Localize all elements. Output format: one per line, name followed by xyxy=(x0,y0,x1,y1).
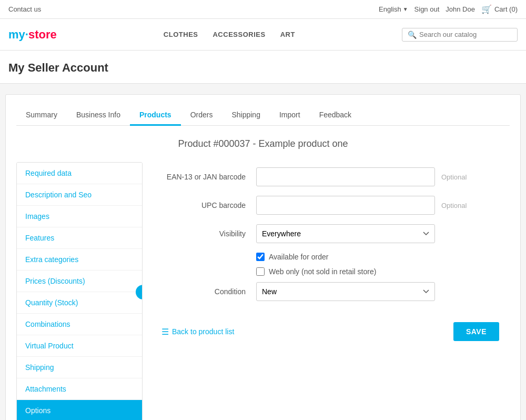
upc-control-wrap: Optional xyxy=(256,196,499,215)
sidebar-item-extra-categories[interactable]: Extra categories xyxy=(17,249,142,271)
main-content: Summary Business Info Products Orders Sh… xyxy=(0,84,526,420)
condition-control-wrap: New Used Refurbished xyxy=(256,282,499,301)
ean-input[interactable] xyxy=(256,167,435,186)
visibility-control-wrap: Everywhere Catalog only Search only Nowh… xyxy=(256,224,499,243)
cart-icon: 🛒 xyxy=(481,4,492,14)
sidebar-item-quantity[interactable]: Quantity (Stock) xyxy=(17,292,142,314)
available-for-order-row: Available for order xyxy=(256,253,499,261)
nav-accessories[interactable]: ACCESSORIES xyxy=(213,31,265,38)
web-only-row: Web only (not sold in retail store) xyxy=(256,267,499,276)
nav-clothes[interactable]: CLOTHES xyxy=(164,31,198,38)
upc-optional: Optional xyxy=(441,202,467,209)
language-selector[interactable]: English ▼ xyxy=(379,5,408,13)
cart-label: Cart (0) xyxy=(494,5,518,13)
cart-button[interactable]: 🛒 Cart (0) xyxy=(481,4,518,14)
ean-control-wrap: Optional xyxy=(256,167,499,186)
upc-label: UPC barcode xyxy=(161,201,256,209)
user-name: John Doe xyxy=(446,5,475,13)
available-for-order-label[interactable]: Available for order xyxy=(269,253,328,261)
contact-us-link[interactable]: Contact us xyxy=(8,5,41,13)
condition-select[interactable]: New Used Refurbished xyxy=(256,282,435,301)
top-bar-right: English ▼ Sign out John Doe 🛒 Cart (0) xyxy=(379,4,518,14)
upc-input[interactable] xyxy=(256,196,435,215)
condition-label: Condition xyxy=(161,287,256,296)
tab-shipping[interactable]: Shipping xyxy=(222,105,270,126)
language-label: English xyxy=(379,5,401,13)
tabs: Summary Business Info Products Orders Sh… xyxy=(16,105,510,126)
main-card: Summary Business Info Products Orders Sh… xyxy=(5,94,521,420)
language-arrow-icon: ▼ xyxy=(403,6,408,12)
page-wrapper: Contact us English ▼ Sign out John Doe 🛒… xyxy=(0,0,526,420)
sidebar-item-combinations[interactable]: Combinations xyxy=(17,314,142,335)
logo-my: my xyxy=(8,28,25,42)
tab-feedback[interactable]: Feedback xyxy=(310,105,361,126)
sidebar-item-features[interactable]: Features xyxy=(17,227,142,249)
back-to-product-list-link[interactable]: ☰ Back to product list xyxy=(161,327,234,337)
visibility-row: Visibility Everywhere Catalog only Searc… xyxy=(161,224,499,243)
sidebar-item-description-seo[interactable]: Description and Seo xyxy=(17,184,142,206)
ean-label: EAN-13 or JAN barcode xyxy=(161,173,256,181)
sidebar: Required data Description and Seo Images… xyxy=(16,162,143,420)
sidebar-item-attachments[interactable]: Attachments xyxy=(17,378,142,400)
main-nav: CLOTHES ACCESSORIES ART xyxy=(164,31,295,38)
nav-art[interactable]: ART xyxy=(280,31,295,38)
sidebar-item-images[interactable]: Images xyxy=(17,206,142,227)
tab-products[interactable]: Products xyxy=(130,105,181,126)
tab-import[interactable]: Import xyxy=(270,105,310,126)
visibility-label: Visibility xyxy=(161,229,256,238)
sidebar-item-options[interactable]: Options xyxy=(17,400,142,420)
sign-out-link[interactable]: Sign out xyxy=(414,5,440,13)
product-title: Product #000037 - Example product one xyxy=(16,138,510,149)
save-button[interactable]: SAVE xyxy=(453,322,499,341)
web-only-checkbox[interactable] xyxy=(256,267,265,276)
web-only-label[interactable]: Web only (not sold in retail store) xyxy=(269,267,376,276)
form-area: EAN-13 or JAN barcode Optional UPC barco… xyxy=(143,162,510,420)
page-title: My Seller Account xyxy=(8,61,518,75)
ean-optional: Optional xyxy=(441,173,467,181)
search-input[interactable] xyxy=(419,31,512,38)
ean-row: EAN-13 or JAN barcode Optional xyxy=(161,167,499,186)
list-icon: ☰ xyxy=(161,327,169,337)
upc-row: UPC barcode Optional xyxy=(161,196,499,215)
sidebar-item-required-data[interactable]: Required data xyxy=(17,163,142,184)
search-icon: 🔍 xyxy=(408,31,417,39)
logo[interactable]: my · store xyxy=(8,28,57,42)
condition-row: Condition New Used Refurbished xyxy=(161,282,499,301)
top-bar-left: Contact us xyxy=(8,5,41,13)
sidebar-item-shipping[interactable]: Shipping xyxy=(17,357,142,378)
sidebar-item-prices[interactable]: Prices (Discounts) xyxy=(17,271,142,292)
form-footer: ☰ Back to product list SAVE xyxy=(161,314,499,341)
top-bar: Contact us English ▼ Sign out John Doe 🛒… xyxy=(0,0,526,19)
header: my · store CLOTHES ACCESSORIES ART 🔍 xyxy=(0,19,526,51)
tab-summary[interactable]: Summary xyxy=(16,105,67,126)
back-link-label: Back to product list xyxy=(172,327,234,336)
content-area: Required data Description and Seo Images… xyxy=(16,162,510,420)
available-for-order-checkbox[interactable] xyxy=(256,253,265,261)
tab-business-info[interactable]: Business Info xyxy=(67,105,130,126)
logo-store: store xyxy=(28,28,57,42)
sidebar-item-virtual-product[interactable]: Virtual Product xyxy=(17,335,142,357)
page-title-bar: My Seller Account xyxy=(0,51,526,84)
tab-orders[interactable]: Orders xyxy=(181,105,222,126)
search-box: 🔍 xyxy=(402,28,518,42)
visibility-select[interactable]: Everywhere Catalog only Search only Nowh… xyxy=(256,224,435,243)
